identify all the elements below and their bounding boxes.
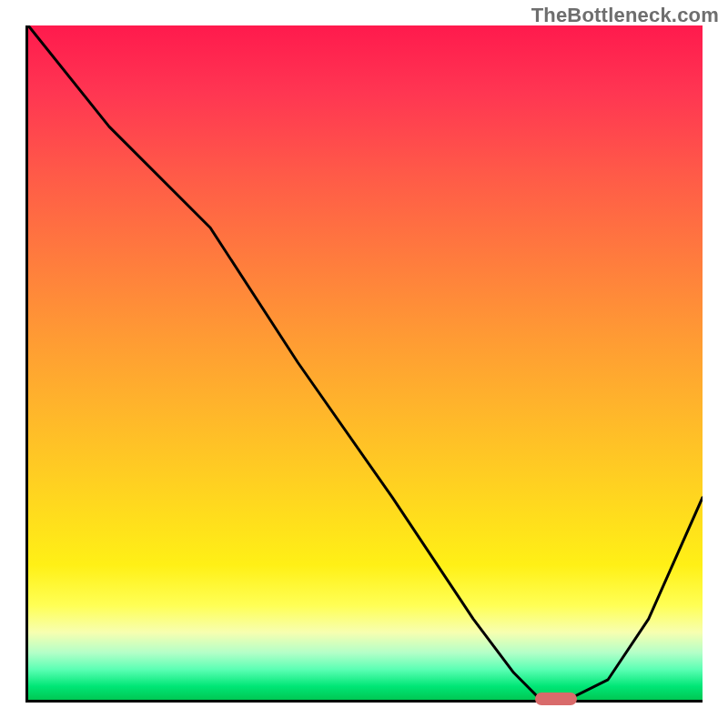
chart-container: TheBottleneck.com xyxy=(0,0,728,728)
optimum-marker xyxy=(535,693,577,705)
bottleneck-curve xyxy=(28,25,703,700)
attribution-label: TheBottleneck.com xyxy=(531,4,719,27)
plot-area xyxy=(25,25,703,703)
